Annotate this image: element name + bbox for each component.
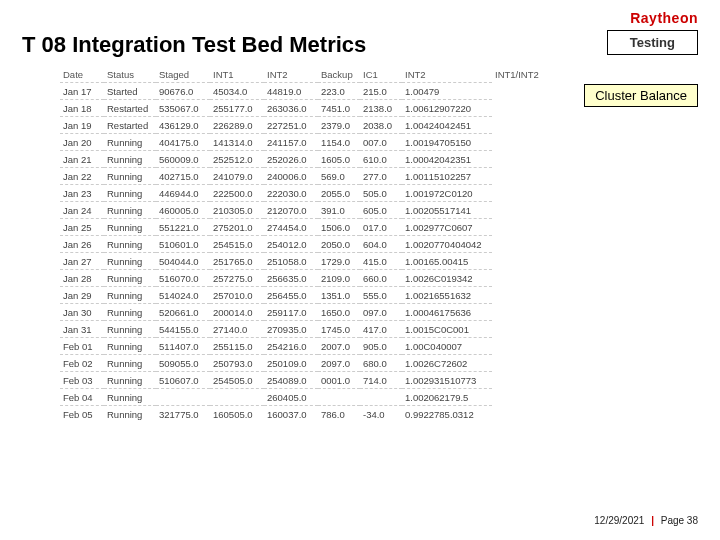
table-cell: 569.0 xyxy=(318,168,360,185)
table-cell: 250109.0 xyxy=(264,355,318,372)
table-cell xyxy=(156,389,210,406)
table-cell: Running xyxy=(104,151,156,168)
col-header: Backup xyxy=(318,66,360,83)
table-cell: 510601.0 xyxy=(156,236,210,253)
footer-page: Page 38 xyxy=(661,515,698,526)
table-cell: 1.00C040007 xyxy=(402,338,492,355)
table-cell: 1.00046175636 xyxy=(402,304,492,321)
table-cell: 321775.0 xyxy=(156,406,210,423)
table-cell: 610.0 xyxy=(360,151,402,168)
table-cell: Feb 01 xyxy=(60,338,104,355)
table-cell: Running xyxy=(104,389,156,406)
table-cell: Feb 04 xyxy=(60,389,104,406)
table-cell: 45034.0 xyxy=(210,83,264,100)
table-cell: Jan 31 xyxy=(60,321,104,338)
table-cell: Running xyxy=(104,338,156,355)
table-row: Feb 01Running511407.0255115.0254216.0200… xyxy=(60,338,660,355)
table-cell: Restarted xyxy=(104,100,156,117)
table-cell: Running xyxy=(104,236,156,253)
table-row: Jan 29Running514024.0257010.0256455.0135… xyxy=(60,287,660,304)
table-cell: Running xyxy=(104,406,156,423)
col-header: INT2 xyxy=(402,66,492,83)
table-cell: 1506.0 xyxy=(318,219,360,236)
table-cell: 1.00165.00415 xyxy=(402,253,492,270)
table-cell: 90676.0 xyxy=(156,83,210,100)
table-cell: 263036.0 xyxy=(264,100,318,117)
table-cell: 605.0 xyxy=(360,202,402,219)
table-cell: 415.0 xyxy=(360,253,402,270)
table-cell: 212070.0 xyxy=(264,202,318,219)
col-header: INT1/INT2 xyxy=(492,66,660,83)
table-cell: 251765.0 xyxy=(210,253,264,270)
table-cell: 252026.0 xyxy=(264,151,318,168)
table-cell: Jan 23 xyxy=(60,185,104,202)
table-cell: 2038.0 xyxy=(360,117,402,134)
table-cell: 510607.0 xyxy=(156,372,210,389)
table-row: Feb 03Running510607.0254505.0254089.0000… xyxy=(60,372,660,389)
table-cell: Running xyxy=(104,134,156,151)
table-cell: Jan 26 xyxy=(60,236,104,253)
table-cell: 460005.0 xyxy=(156,202,210,219)
table-cell: 257275.0 xyxy=(210,270,264,287)
table-cell: Running xyxy=(104,372,156,389)
table-cell: 277.0 xyxy=(360,168,402,185)
table-row: Feb 04Running260405.01.002062179.5 xyxy=(60,389,660,406)
table-cell: 509055.0 xyxy=(156,355,210,372)
table-cell: Running xyxy=(104,321,156,338)
table-cell: 7451.0 xyxy=(318,100,360,117)
footer-date: 12/29/2021 xyxy=(594,515,644,526)
table-row: Jan 27Running504044.0251765.0251058.0172… xyxy=(60,253,660,270)
table-cell: Jan 24 xyxy=(60,202,104,219)
table-cell: 226289.0 xyxy=(210,117,264,134)
col-header: IC1 xyxy=(360,66,402,83)
table-cell: Jan 30 xyxy=(60,304,104,321)
table-cell: 1.0015C0C001 xyxy=(402,321,492,338)
table-cell: 544155.0 xyxy=(156,321,210,338)
table-cell: 1.001972C0120 xyxy=(402,185,492,202)
table-row: Jan 31Running544155.027140.0270935.01745… xyxy=(60,321,660,338)
col-header: Date xyxy=(60,66,104,83)
table-row: Jan 25Running551221.0275201.0274454.0150… xyxy=(60,219,660,236)
table-cell: Jan 17 xyxy=(60,83,104,100)
table-cell: 560009.0 xyxy=(156,151,210,168)
table-cell: 1605.0 xyxy=(318,151,360,168)
col-header: Status xyxy=(104,66,156,83)
table-cell: 254012.0 xyxy=(264,236,318,253)
table-cell: Jan 25 xyxy=(60,219,104,236)
table-cell: Running xyxy=(104,202,156,219)
table-cell: 786.0 xyxy=(318,406,360,423)
table-row: Jan 20Running404175.0141314.0241157.0115… xyxy=(60,134,660,151)
table-cell: Jan 29 xyxy=(60,287,104,304)
col-header: INT1 xyxy=(210,66,264,83)
table-cell: 0.9922785.0312 xyxy=(402,406,492,423)
table-cell: Feb 05 xyxy=(60,406,104,423)
table-cell: 44819.0 xyxy=(264,83,318,100)
table-cell: 240006.0 xyxy=(264,168,318,185)
table-cell: 200014.0 xyxy=(210,304,264,321)
table-cell: 1.00115102257 xyxy=(402,168,492,185)
table-cell: 222030.0 xyxy=(264,185,318,202)
table-row: Jan 30Running520661.0200014.0259117.0165… xyxy=(60,304,660,321)
table-cell xyxy=(360,389,402,406)
table-cell: 1650.0 xyxy=(318,304,360,321)
table-cell: 1.002062179.5 xyxy=(402,389,492,406)
table-cell: Running xyxy=(104,219,156,236)
table-cell: 680.0 xyxy=(360,355,402,372)
table-cell: Jan 28 xyxy=(60,270,104,287)
table-cell: 275201.0 xyxy=(210,219,264,236)
table-cell: 210305.0 xyxy=(210,202,264,219)
table-cell: 505.0 xyxy=(360,185,402,202)
table-cell: 446944.0 xyxy=(156,185,210,202)
table-cell: 222500.0 xyxy=(210,185,264,202)
table-cell: 254505.0 xyxy=(210,372,264,389)
table-cell: 516070.0 xyxy=(156,270,210,287)
table-cell: Running xyxy=(104,287,156,304)
table-cell: 256635.0 xyxy=(264,270,318,287)
table-cell: 2055.0 xyxy=(318,185,360,202)
table-cell: 252512.0 xyxy=(210,151,264,168)
table-cell: Running xyxy=(104,270,156,287)
table-cell: 604.0 xyxy=(360,236,402,253)
table-cell: 520661.0 xyxy=(156,304,210,321)
table-cell: 1154.0 xyxy=(318,134,360,151)
table-cell: 1.00424042451 xyxy=(402,117,492,134)
